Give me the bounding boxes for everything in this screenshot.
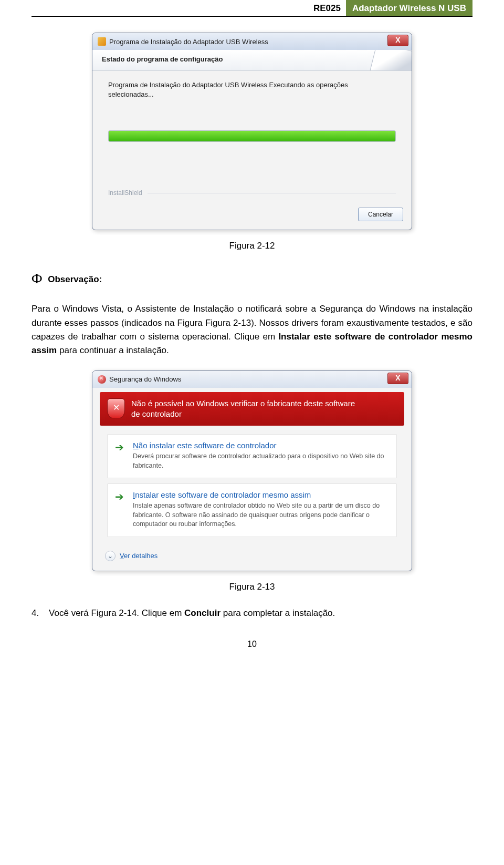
security-window: Segurança do Windows X Não é possível ao… [92,370,412,571]
opt2-desc: Instale apenas software de controlador o… [133,501,389,529]
installer-body-line2: selecionadas... [108,90,396,99]
see-details[interactable]: ⌄ Ver detalhes [92,547,412,571]
list-item-4: 4. Você verá Figura 2-14. Clique em Conc… [32,608,472,619]
security-banner-text: Não é possível ao Windows verificar o fa… [131,398,355,420]
item4-num: 4. [32,608,39,618]
installer-favicon-icon [98,37,106,46]
para1-figref: Figura 2-13 [205,318,251,328]
installshield-row: InstallShield [108,189,396,197]
option-do-not-install[interactable]: ➔ Não instalar este software de controla… [107,434,397,478]
item4-a: Você verá [49,608,91,618]
cancel-button[interactable]: Cancelar [358,208,403,221]
security-alert-icon [98,375,106,384]
progress-fill [109,131,395,141]
close-button[interactable]: X [387,35,408,46]
installer-button-row: Cancelar [92,208,412,230]
figure-2-13: Segurança do Windows X Não é possível ao… [32,370,472,571]
installer-banner: Estado do programa de configuração [92,50,412,71]
observation-label: Observação: [48,274,102,284]
opt1-desc: Deverá procurar software de controlador … [133,452,389,470]
details-accel: V [120,552,124,560]
installer-body-line1: Programa de Instalação do Adaptador USB … [108,80,396,90]
item4-b: . Clique em [136,608,184,618]
divider [148,193,396,193]
item4-bold: Concluir [184,608,220,618]
product-code: RE025 [309,0,346,16]
installer-banner-title: Estado do programa de configuração [102,55,402,63]
observation-heading: Φ Observação: [32,267,472,290]
security-banner-l1: Não é possível ao Windows verificar o fa… [131,398,355,409]
security-red-banner: Não é possível ao Windows verificar o fa… [100,392,404,426]
item4-figref: Figura 2-14 [91,608,136,618]
para1-c: para continuar a instalação. [57,345,169,355]
security-banner-l2: de controlador [131,409,355,419]
progress-bar [108,130,396,142]
chevron-down-icon: ⌄ [105,551,116,561]
page-number: 10 [32,640,472,649]
paper-corner-icon [370,50,412,71]
arrow-right-icon: ➔ [115,491,124,502]
installer-body: Programa de Instalação do Adaptador USB … [92,71,412,208]
opt1-title: Não instalar este software de controlado… [133,441,389,450]
observation-symbol-icon: Φ [32,270,42,286]
opt1-accel: N [133,441,139,450]
installer-window: Programa de Instalação do Adaptador USB … [92,33,412,230]
product-name: Adaptador Wireless N USB [346,0,472,16]
figure-2-12: Programa de Instalação do Adaptador USB … [32,33,472,230]
paragraph-1: Para o Windows Vista, o Assistente de In… [32,302,472,357]
installer-title: Programa de Instalação do Adaptador USB … [109,38,268,46]
security-titlebar: Segurança do Windows X [92,371,412,388]
option-install-anyway[interactable]: ➔ Instalar este software de controlador … [107,483,397,537]
security-options: ➔ Não instalar este software de controla… [92,430,412,547]
figure-2-12-caption: Figura 2-12 [32,241,472,251]
opt2-title: Instalar este software de controlador me… [133,490,389,499]
opt1-rest: ão instalar este software de controlador [139,441,277,450]
details-label: Ver detalhes [120,552,158,560]
doc-header: RE025 Adaptador Wireless N USB [32,0,472,17]
figure-2-13-caption: Figura 2-13 [32,582,472,592]
details-rest: er detalhes [124,552,158,560]
security-title: Segurança do Windows [109,375,181,383]
installshield-label: InstallShield [108,189,142,197]
installer-titlebar: Programa de Instalação do Adaptador USB … [92,33,412,50]
shield-x-icon [107,398,125,418]
item4-c: para completar a instalação. [220,608,335,618]
close-button[interactable]: X [387,373,408,384]
arrow-right-icon: ➔ [115,442,124,452]
opt2-rest: nstalar este software de controlador mes… [135,490,311,499]
